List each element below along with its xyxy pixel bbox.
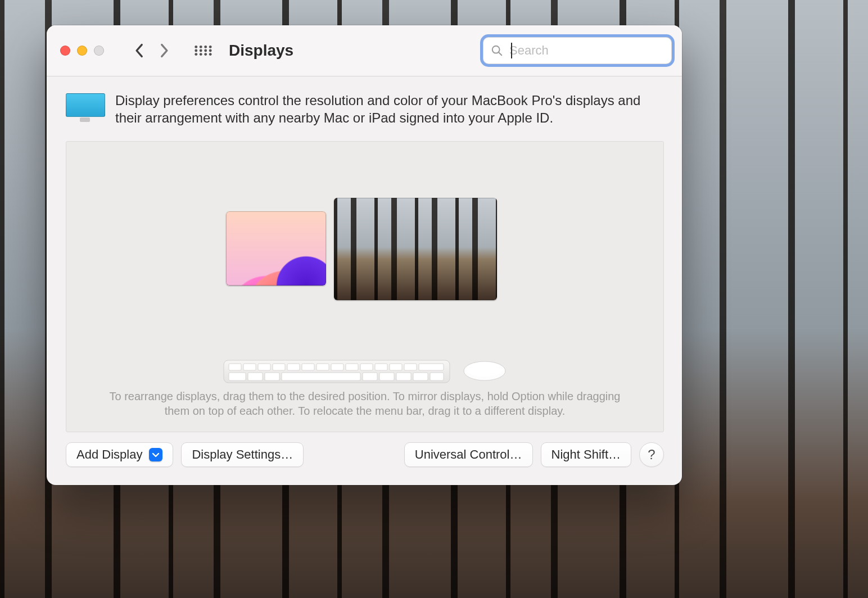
- svg-rect-36: [413, 373, 428, 380]
- display-arrangement-area: To rearrange displays, drag them to the …: [66, 141, 664, 432]
- display-thumbnail-1[interactable]: [226, 211, 326, 286]
- svg-point-5: [200, 49, 202, 52]
- intro-text: Display preferences control the resoluti…: [115, 92, 664, 126]
- add-display-button[interactable]: Add Display: [66, 442, 173, 467]
- help-button[interactable]: ?: [639, 442, 664, 467]
- intro-row: Display preferences control the resoluti…: [66, 92, 664, 126]
- svg-rect-35: [396, 373, 411, 380]
- svg-rect-15: [229, 364, 241, 370]
- svg-rect-32: [282, 373, 360, 380]
- add-display-label: Add Display: [76, 447, 142, 462]
- chevron-left-icon: [134, 43, 143, 58]
- svg-point-39: [466, 362, 503, 377]
- system-prefs-window: Displays Display preferences control the…: [47, 25, 682, 485]
- forward-button[interactable]: [157, 43, 173, 58]
- add-display-chevron: [149, 448, 162, 461]
- svg-point-7: [209, 49, 212, 52]
- svg-rect-26: [390, 364, 402, 370]
- display-arrangement-stage[interactable]: [66, 142, 663, 353]
- titlebar: Displays: [47, 25, 682, 76]
- display-settings-label: Display Settings…: [192, 447, 293, 462]
- chevron-right-icon: [160, 43, 169, 58]
- svg-rect-18: [273, 364, 285, 370]
- input-device-row: [66, 353, 663, 389]
- display-settings-button[interactable]: Display Settings…: [181, 442, 304, 467]
- svg-rect-24: [360, 364, 373, 370]
- svg-rect-29: [229, 373, 246, 380]
- svg-point-10: [204, 53, 207, 56]
- show-all-prefs-button[interactable]: [194, 44, 212, 57]
- close-window-button[interactable]: [60, 46, 70, 56]
- content-area: Display preferences control the resoluti…: [47, 76, 682, 485]
- svg-rect-30: [248, 373, 263, 380]
- svg-point-4: [195, 49, 197, 52]
- svg-rect-23: [346, 364, 358, 370]
- svg-rect-31: [265, 373, 279, 380]
- svg-rect-22: [331, 364, 343, 370]
- universal-control-label: Universal Control…: [415, 447, 522, 462]
- svg-rect-34: [379, 373, 394, 380]
- footer-buttons: Add Display Display Settings… Universal …: [66, 442, 664, 467]
- svg-point-1: [200, 46, 202, 48]
- svg-rect-19: [287, 364, 300, 370]
- keyboard-icon: [223, 357, 450, 385]
- window-controls: [60, 46, 104, 56]
- svg-rect-17: [258, 364, 270, 370]
- mouse-icon: [463, 360, 507, 382]
- night-shift-button[interactable]: Night Shift…: [541, 442, 632, 467]
- svg-line-13: [499, 52, 501, 55]
- minimize-window-button[interactable]: [77, 46, 87, 56]
- svg-point-9: [200, 53, 202, 56]
- svg-rect-25: [375, 364, 387, 370]
- svg-point-0: [195, 46, 197, 48]
- zoom-window-button[interactable]: [94, 46, 104, 56]
- svg-point-2: [204, 46, 207, 48]
- svg-point-8: [195, 53, 197, 56]
- display-thumbnail-2[interactable]: [334, 198, 497, 300]
- back-button[interactable]: [131, 43, 147, 58]
- window-title: Displays: [229, 42, 293, 60]
- svg-rect-21: [317, 364, 329, 370]
- svg-point-11: [209, 53, 212, 56]
- desktop-background: Displays Display preferences control the…: [0, 0, 868, 598]
- svg-rect-20: [302, 364, 314, 370]
- grid-icon: [194, 44, 212, 57]
- night-shift-label: Night Shift…: [551, 447, 621, 462]
- svg-rect-16: [243, 364, 256, 370]
- svg-rect-28: [419, 364, 444, 370]
- chevron-down-icon: [152, 451, 160, 459]
- svg-point-6: [204, 49, 207, 52]
- search-icon: [491, 44, 503, 57]
- svg-point-3: [209, 46, 212, 48]
- search-field-wrap: [483, 37, 672, 64]
- nav-arrows: [131, 43, 173, 58]
- svg-rect-33: [363, 373, 377, 380]
- text-caret: [511, 43, 512, 58]
- help-label: ?: [648, 447, 655, 463]
- universal-control-button[interactable]: Universal Control…: [404, 442, 533, 467]
- arrangement-hint: To rearrange displays, drag them to the …: [66, 389, 663, 432]
- svg-rect-27: [404, 364, 417, 370]
- display-icon: [66, 93, 104, 120]
- svg-rect-37: [430, 373, 444, 380]
